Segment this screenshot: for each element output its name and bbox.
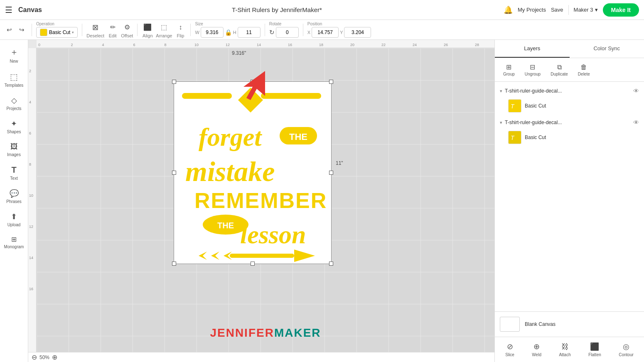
zoom-out-button[interactable]: ⊖ bbox=[32, 353, 37, 361]
watermark-jennifer: JENNIFER bbox=[210, 326, 274, 339]
weld-icon: ⊕ bbox=[533, 342, 540, 351]
operation-select[interactable]: Basic Cut ▾ bbox=[36, 27, 78, 38]
handle-bottom-mid[interactable] bbox=[251, 262, 255, 266]
layer-group-2-header[interactable]: ▾ T-shirt-ruler-guide-decal... 👁 bbox=[495, 117, 644, 128]
ruler-v-2: 2 bbox=[29, 69, 31, 73]
attach-button[interactable]: ⛓ Attach bbox=[556, 341, 574, 359]
delete-button[interactable]: 🗑 Delete bbox=[575, 62, 593, 78]
right-toolbar: ⊞ Group ⊟ Ungroup ⧉ Duplicate 🗑 Delete bbox=[495, 58, 644, 82]
contour-button[interactable]: ◎ Contour bbox=[615, 340, 637, 359]
divider bbox=[568, 5, 569, 15]
edit-button[interactable]: ✏ bbox=[107, 22, 118, 33]
ruler-v-16: 16 bbox=[29, 287, 33, 291]
bell-icon[interactable]: 🔔 bbox=[504, 5, 513, 15]
width-w-label: W bbox=[195, 30, 199, 35]
right-tabs: Layers Color Sync bbox=[495, 40, 644, 58]
layer-child-1[interactable]: T Basic Cut bbox=[495, 97, 644, 115]
undo-redo-group: ↩ ↪ bbox=[3, 24, 27, 36]
monogram-icon: ⊞ bbox=[11, 235, 17, 243]
ungroup-label: Ungroup bbox=[525, 72, 541, 76]
attach-label: Attach bbox=[559, 352, 570, 357]
visibility-icon-2[interactable]: 👁 bbox=[633, 119, 639, 126]
layer-thumb-2: T bbox=[508, 131, 521, 144]
offset-group: ⚙ Offset bbox=[121, 22, 133, 38]
ungroup-button[interactable]: ⊟ Ungroup bbox=[521, 61, 544, 78]
handle-bottom-left[interactable] bbox=[172, 262, 176, 266]
top-right-controls: 🔔 My Projects Save Maker 3 ▾ Make It bbox=[504, 3, 639, 17]
design-container[interactable]: forget THE mistake REMEMBER THE lesson bbox=[174, 81, 332, 264]
right-panel: Layers Color Sync ⊞ Group ⊟ Ungroup ⧉ Du… bbox=[494, 40, 644, 362]
layers-list: ▾ T-shirt-ruler-guide-decal... 👁 T Basic… bbox=[495, 82, 644, 311]
save-button[interactable]: Save bbox=[551, 7, 563, 13]
handle-top-mid[interactable] bbox=[251, 80, 255, 84]
ruler-h-26: 26 bbox=[444, 43, 448, 47]
sidebar-item-new[interactable]: ＋ New bbox=[2, 43, 27, 67]
weld-button[interactable]: ⊕ Weld bbox=[528, 340, 545, 359]
sidebar-item-upload[interactable]: ⬆ Upload bbox=[2, 209, 27, 230]
undo-button[interactable]: ↩ bbox=[3, 24, 15, 36]
deselect-label: Deselect bbox=[86, 33, 104, 38]
ruler-h-16: 16 bbox=[288, 43, 292, 47]
flip-group: ↕ Flip bbox=[175, 22, 186, 38]
layer-child-2[interactable]: T Basic Cut bbox=[495, 128, 644, 147]
sidebar-item-templates[interactable]: ⬚ Templates bbox=[2, 68, 27, 91]
flatten-icon: ⬛ bbox=[590, 342, 599, 351]
sidebar-item-projects[interactable]: ◇ Projects bbox=[2, 93, 27, 114]
layer-group-2: ▾ T-shirt-ruler-guide-decal... 👁 T Basic… bbox=[495, 117, 644, 147]
edit-label: Edit bbox=[109, 33, 117, 38]
handle-right-mid[interactable] bbox=[329, 171, 333, 175]
sep3 bbox=[137, 24, 138, 36]
layer-group-1-header[interactable]: ▾ T-shirt-ruler-guide-decal... 👁 bbox=[495, 85, 644, 97]
zoom-in-button[interactable]: ⊕ bbox=[52, 353, 57, 361]
ruler-h-12: 12 bbox=[226, 43, 230, 47]
canvas-area[interactable]: 0 2 4 6 8 10 12 14 16 18 20 22 24 26 28 … bbox=[28, 40, 494, 362]
size-label: Size bbox=[195, 22, 203, 26]
canvas-content[interactable]: 9.316" bbox=[37, 48, 494, 352]
sidebar-item-text[interactable]: T Text bbox=[2, 162, 27, 184]
hamburger-icon[interactable]: ☰ bbox=[5, 5, 12, 15]
redo-button[interactable]: ↪ bbox=[16, 24, 27, 36]
sidebar-item-phrases[interactable]: 💬 Phrases bbox=[2, 186, 27, 207]
sidebar-item-images[interactable]: 🖼 Images bbox=[2, 139, 27, 160]
group-button[interactable]: ⊞ Group bbox=[500, 61, 518, 78]
sidebar-item-shapes-label: Shapes bbox=[7, 130, 21, 134]
handle-top-right[interactable] bbox=[329, 80, 333, 84]
visibility-icon-1[interactable]: 👁 bbox=[633, 88, 639, 94]
y-input[interactable] bbox=[344, 27, 371, 38]
slice-button[interactable]: ⊘ Slice bbox=[502, 340, 518, 359]
handle-top-left[interactable] bbox=[172, 80, 176, 84]
x-input[interactable] bbox=[312, 27, 339, 38]
operation-label: Operation bbox=[36, 22, 54, 26]
phrases-icon: 💬 bbox=[10, 189, 19, 198]
deselect-button[interactable]: ⊠ bbox=[90, 22, 101, 33]
contour-label: Contour bbox=[619, 352, 634, 357]
width-input[interactable] bbox=[201, 27, 224, 38]
arrange-button[interactable]: ⬚ bbox=[158, 22, 170, 33]
maker-selector[interactable]: Maker 3 ▾ bbox=[574, 7, 598, 13]
left-sidebar: ＋ New ⬚ Templates ◇ Projects ✦ Shapes 🖼 … bbox=[0, 40, 28, 362]
sidebar-item-projects-label: Projects bbox=[6, 106, 21, 111]
height-input[interactable] bbox=[238, 27, 261, 38]
svg-text:T: T bbox=[511, 135, 515, 141]
lock-icon[interactable]: 🔒 bbox=[225, 29, 232, 36]
flatten-button[interactable]: ⬛ Flatten bbox=[585, 340, 605, 359]
offset-button[interactable]: ⚙ bbox=[121, 22, 133, 33]
make-it-button[interactable]: Make It bbox=[603, 3, 639, 17]
sidebar-item-shapes[interactable]: ✦ Shapes bbox=[2, 116, 27, 137]
align-button[interactable]: ⬛ bbox=[142, 22, 153, 33]
arrange-label: Arrange bbox=[156, 33, 172, 38]
group-icon: ⊞ bbox=[506, 63, 511, 71]
bottom-action-bar: ⊘ Slice ⊕ Weld ⛓ Attach ⬛ Flatten ◎ Cont… bbox=[495, 337, 644, 362]
layer-child-1-name: Basic Cut bbox=[525, 103, 639, 109]
rotate-input[interactable] bbox=[276, 27, 299, 38]
templates-icon: ⬚ bbox=[10, 72, 18, 82]
tab-layers[interactable]: Layers bbox=[495, 40, 570, 58]
handle-bottom-right[interactable] bbox=[329, 262, 333, 266]
tab-color-sync[interactable]: Color Sync bbox=[570, 40, 644, 58]
my-projects-button[interactable]: My Projects bbox=[518, 7, 546, 13]
sidebar-item-monogram[interactable]: ⊞ Monogram bbox=[2, 232, 27, 252]
duplicate-button[interactable]: ⧉ Duplicate bbox=[547, 62, 571, 78]
width-dimension-label: 9.316" bbox=[232, 50, 246, 56]
flip-button[interactable]: ↕ bbox=[175, 22, 186, 33]
handle-left-mid[interactable] bbox=[172, 171, 176, 175]
